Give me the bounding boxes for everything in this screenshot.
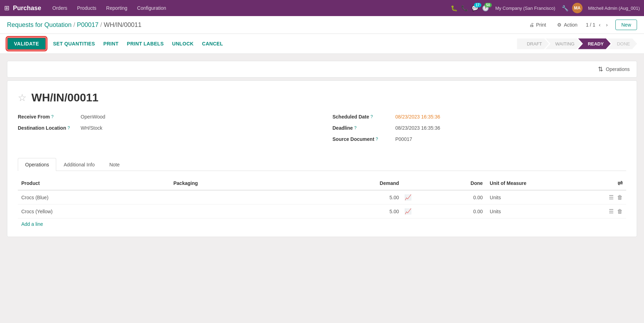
status-ready[interactable]: READY	[578, 38, 611, 49]
user-name[interactable]: Mitchell Admin (Aug_001)	[588, 6, 640, 11]
source-document-label: Source Document ?	[333, 136, 392, 142]
activity-badge: 50	[484, 3, 492, 7]
source-document-value[interactable]: P00017	[395, 136, 412, 142]
cancel-button[interactable]: CANCEL	[201, 39, 224, 49]
grid-menu-icon[interactable]: ⊞	[4, 4, 9, 12]
company-name[interactable]: My Company (San Francisco)	[495, 6, 555, 11]
set-quantities-button[interactable]: SET QUANTITIES	[52, 39, 96, 49]
new-button[interactable]: New	[615, 20, 637, 30]
nav-reporting[interactable]: Reporting	[102, 3, 132, 13]
deadline-value[interactable]: 08/23/2023 16:35:36	[395, 125, 440, 131]
cell-done-1[interactable]: 0.00	[425, 204, 486, 218]
status-waiting[interactable]: WAITING	[546, 38, 582, 49]
col-header-actions: ⇌	[571, 177, 626, 190]
messages-badge: 17	[474, 3, 481, 7]
settings-icon[interactable]: 🔧	[562, 5, 569, 12]
brand-label[interactable]: Purchase	[13, 5, 41, 12]
messages-icon[interactable]: 💬 17	[472, 5, 479, 12]
form-left-fields: Receive From ? OpenWood Destination Loca…	[18, 114, 312, 148]
pagination-text: 1 / 1	[586, 22, 595, 28]
print-labels-button[interactable]: PRINT LABELS	[126, 39, 165, 49]
table-row: Crocs (Yellow) 5.00 📈 0.00 Units ☰ 🗑	[18, 204, 626, 218]
action-button[interactable]: ⚙ Action	[554, 21, 580, 29]
cell-product-1[interactable]: Crocs (Yellow)	[18, 204, 170, 218]
cell-packaging-0[interactable]	[170, 190, 292, 204]
delete-row-icon-0[interactable]: 🗑	[617, 194, 623, 201]
action-label: Action	[564, 22, 577, 28]
tab-note[interactable]: Note	[102, 158, 127, 171]
cell-demand-0[interactable]: 5.00	[291, 190, 401, 204]
unlock-button[interactable]: UNLOCK	[171, 39, 195, 49]
cell-actions-1: ☰ 🗑	[571, 204, 626, 218]
nav-configuration[interactable]: Configuration	[133, 3, 170, 13]
print-button[interactable]: 🖨 Print	[526, 21, 549, 29]
favorite-star-icon[interactable]: ☆	[18, 92, 27, 103]
destination-location-help-icon[interactable]: ?	[67, 125, 70, 130]
receive-from-value[interactable]: OpenWood	[81, 114, 105, 120]
table-row: Crocs (Blue) 5.00 📈 0.00 Units ☰ 🗑	[18, 190, 626, 204]
next-page-button[interactable]: ›	[604, 21, 610, 29]
detail-lines-icon-1[interactable]: ☰	[609, 208, 614, 215]
add-line-button[interactable]: Add a line	[18, 218, 46, 230]
deadline-field: Deadline ? 08/23/2023 16:35:36	[333, 125, 627, 131]
phone-icon[interactable]: 📞	[461, 5, 468, 12]
cell-product-0[interactable]: Crocs (Blue)	[18, 190, 170, 204]
breadcrumb-sep-2: /	[100, 21, 104, 28]
receive-from-help-icon[interactable]: ?	[51, 114, 54, 119]
scheduled-date-value[interactable]: 08/23/2023 16:35:36	[395, 114, 440, 120]
form-right-fields: Scheduled Date ? 08/23/2023 16:35:36 Dea…	[333, 114, 627, 148]
source-document-help-icon[interactable]: ?	[376, 137, 378, 142]
cell-demand-1[interactable]: 5.00	[291, 204, 401, 218]
printer-icon: 🖨	[529, 22, 534, 28]
nav-links: Orders Products Reporting Configuration	[48, 3, 451, 13]
activity-icon[interactable]: 🕐 50	[482, 5, 489, 12]
form-title-row: ☆ WH/IN/00011	[18, 91, 626, 104]
col-header-product: Product	[18, 177, 170, 190]
cell-chart-1[interactable]: 📈	[401, 204, 425, 218]
nav-orders[interactable]: Orders	[48, 3, 72, 13]
prev-page-button[interactable]: ‹	[597, 21, 603, 29]
destination-location-value[interactable]: WH/Stock	[81, 125, 102, 131]
destination-location-label: Destination Location ?	[18, 125, 77, 131]
delete-row-icon-1[interactable]: 🗑	[617, 208, 623, 215]
cell-actions-0: ☰ 🗑	[571, 190, 626, 204]
cell-chart-0[interactable]: 📈	[401, 190, 425, 204]
status-done[interactable]: DONE	[607, 38, 637, 49]
print-action-button[interactable]: PRINT	[102, 39, 120, 49]
status-draft[interactable]: DRAFT	[517, 38, 549, 49]
operations-panel-button[interactable]: ⇅ Operations	[598, 65, 630, 73]
bug-icon[interactable]: 🐛	[451, 5, 458, 12]
col-header-done: Done	[425, 177, 486, 190]
main-content: ⇅ Operations ☆ WH/IN/00011 Receive From …	[0, 54, 644, 244]
nav-products[interactable]: Products	[73, 3, 101, 13]
validate-button[interactable]: VALIDATE	[7, 37, 46, 50]
tab-operations[interactable]: Operations	[18, 158, 56, 171]
scheduled-date-field: Scheduled Date ? 08/23/2023 16:35:36	[333, 114, 627, 120]
cell-packaging-1[interactable]	[170, 204, 292, 218]
avatar[interactable]: MA	[572, 3, 583, 13]
toolbar: VALIDATE SET QUANTITIES PRINT PRINT LABE…	[0, 34, 644, 54]
operations-panel-label: Operations	[606, 66, 630, 72]
column-adjust-icon[interactable]: ⇌	[617, 180, 623, 187]
sort-icon: ⇅	[598, 65, 603, 73]
scheduled-date-label: Scheduled Date ?	[333, 114, 392, 120]
deadline-help-icon[interactable]: ?	[354, 125, 357, 130]
col-header-uom: Unit of Measure	[486, 177, 571, 190]
breadcrumb-part-whin: WH/IN/00011	[104, 21, 141, 28]
breadcrumb: Requests for Quotation / P00017 / WH/IN/…	[7, 21, 141, 29]
print-label: Print	[536, 22, 546, 28]
cell-done-0[interactable]: 0.00	[425, 190, 486, 204]
cell-uom-0[interactable]: Units	[486, 190, 571, 204]
scheduled-date-help-icon[interactable]: ?	[371, 114, 373, 119]
forecast-chart-icon[interactable]: 📈	[405, 194, 412, 200]
status-pipeline: DRAFT WAITING READY DONE	[517, 38, 637, 49]
form-fields: Receive From ? OpenWood Destination Loca…	[18, 114, 626, 148]
detail-lines-icon-0[interactable]: ☰	[609, 194, 614, 201]
forecast-chart-icon[interactable]: 📈	[405, 208, 412, 214]
receive-from-label: Receive From ?	[18, 114, 77, 120]
cell-uom-1[interactable]: Units	[486, 204, 571, 218]
deadline-label: Deadline ?	[333, 125, 392, 131]
breadcrumb-part-p00017[interactable]: P00017	[77, 21, 98, 28]
breadcrumb-part-rfq[interactable]: Requests for Quotation	[7, 21, 72, 28]
tab-additional-info[interactable]: Additional Info	[56, 158, 102, 171]
